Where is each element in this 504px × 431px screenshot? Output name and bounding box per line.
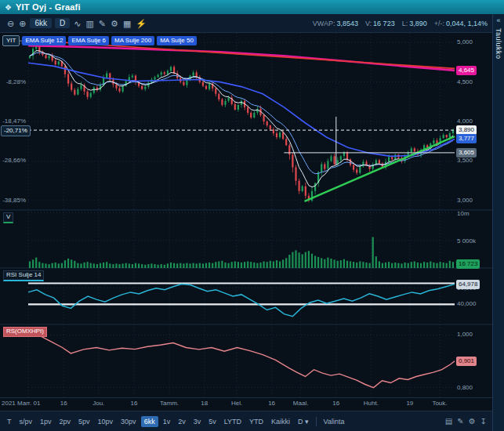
valinta-button[interactable]: Valinta xyxy=(321,416,348,427)
range-button-30pv[interactable]: 30pv xyxy=(118,416,140,427)
percent-axis-label: -18,47% xyxy=(0,118,26,125)
toolbar-measures: VWAP:3,8543V:16 723L:3,890+/-:0,044, 1,1… xyxy=(306,20,488,27)
x-axis-label: Tamm. xyxy=(160,400,179,407)
sidebar-label: Taulukko xyxy=(495,28,502,60)
export-icon[interactable]: ↧ xyxy=(480,417,487,426)
legend-indicator-chip[interactable]: EMA Sulje 12 xyxy=(22,36,66,45)
x-axis-label: 19 xyxy=(406,400,413,407)
rs-axis-label: 1,000 xyxy=(457,331,473,339)
range-button-2pv[interactable]: 2pv xyxy=(56,416,74,427)
sidebar-taulukko[interactable]: « Taulukko xyxy=(492,14,504,431)
x-axis-label: Maal. xyxy=(293,400,309,407)
range-button-kaikki[interactable]: Kaikki xyxy=(268,416,293,427)
toolbar-left-group: ⊖⊕6kkD∿▥✎⚙▦⚡ xyxy=(5,15,149,32)
rs-panel-label: RS(OMXHPI) xyxy=(3,327,47,337)
measure-l: L:3,890 xyxy=(402,20,427,27)
price-axis-label: 3,000 xyxy=(457,197,473,205)
period-button[interactable]: 6kk xyxy=(30,18,52,28)
x-axis-label: 16 xyxy=(268,400,275,407)
window-title: YIT Oyj - Graafi xyxy=(16,2,81,12)
chart-icon[interactable]: ▤ xyxy=(445,417,452,426)
price-axis-badge: 3,890 xyxy=(456,125,477,135)
price-axis-badge: 4,645 xyxy=(456,66,477,75)
range-button-ytd[interactable]: YTD xyxy=(246,416,267,427)
range-button-lytd[interactable]: LYTD xyxy=(221,416,245,427)
legend-indicator-chip[interactable]: MA Sulje 50 xyxy=(157,36,197,45)
line-chart-icon[interactable]: ∿ xyxy=(74,15,81,32)
titlebar: ❖ YIT Oyj - Graafi xyxy=(0,0,504,14)
settings-icon[interactable]: ⚙ xyxy=(469,417,476,426)
price-axis-label: 4,000 xyxy=(457,118,473,125)
chart-area: YITEMA Sulje 12EMA Sulje 6MA Sulje 200MA… xyxy=(0,33,492,411)
range-button-5pv[interactable]: 5pv xyxy=(75,416,93,427)
x-axis-label: 2021 Marr. 01 xyxy=(2,400,40,407)
draw-icon[interactable]: ✎ xyxy=(99,15,106,32)
range-button-5v[interactable]: 5v xyxy=(205,416,219,427)
draw-icon[interactable]: ✎ xyxy=(457,417,463,426)
price-axis-badge: 3,777 xyxy=(456,134,477,143)
app-window: ❖ YIT Oyj - Graafi ⊖⊕6kkD∿▥✎⚙▦⚡ VWAP:3,8… xyxy=(0,0,504,431)
chart-type-icon[interactable]: ▥ xyxy=(85,15,93,32)
measure-vwap: VWAP:3,8543 xyxy=(313,20,358,27)
app-icon: ❖ xyxy=(5,3,12,12)
x-axis-label: Hel. xyxy=(231,400,242,407)
x-axis-label: Jou. xyxy=(92,400,104,407)
legend-indicator-chip[interactable]: MA Sulje 200 xyxy=(111,36,154,45)
x-axis-label: 16 xyxy=(332,400,339,407)
x-axis-label: Huht. xyxy=(364,400,379,407)
legend-row: YITEMA Sulje 12EMA Sulje 6MA Sulje 200MA… xyxy=(2,35,199,46)
legend-symbol-chip[interactable]: YIT xyxy=(2,35,20,46)
collapse-icon[interactable]: « xyxy=(496,16,500,25)
range-button-10pv[interactable]: 10pv xyxy=(95,416,117,427)
x-axis-label: 16 xyxy=(130,400,137,407)
zoom-in-icon[interactable]: ⊕ xyxy=(19,15,26,32)
main-toolbar: ⊖⊕6kkD∿▥✎⚙▦⚡ VWAP:3,8543V:16 723L:3,890+… xyxy=(0,14,492,33)
legend-indicator-chip[interactable]: EMA Sulje 6 xyxy=(68,36,109,45)
chart-canvas[interactable] xyxy=(0,33,492,398)
price-axis-label: 3,500 xyxy=(457,157,473,165)
range-button-1pv[interactable]: 1pv xyxy=(37,416,55,427)
range-button-spv[interactable]: s/pv xyxy=(16,416,36,427)
volume-axis-label: 10m xyxy=(457,210,470,218)
measure-v: V:16 723 xyxy=(365,20,395,27)
range-button-3v[interactable]: 3v xyxy=(190,416,205,427)
rsi-panel-label: RSI Sulje 14 xyxy=(3,270,44,281)
price-axis-badge: 3,605 xyxy=(456,148,477,158)
zoom-out-icon[interactable]: ⊖ xyxy=(7,15,14,32)
range-button-6kk[interactable]: 6kk xyxy=(141,416,158,427)
price-axis-label: 4,500 xyxy=(457,78,473,86)
percent-axis-label: -28,66% xyxy=(0,157,26,165)
range-button-1v[interactable]: 1v xyxy=(160,416,174,427)
x-axis-label: 18 xyxy=(201,400,208,407)
range-button-2v[interactable]: 2v xyxy=(175,416,189,427)
volume-axis-label: 5 000k xyxy=(457,237,476,245)
price-axis-current-percent: -20,71% xyxy=(1,125,31,136)
rsi-badge: 64,978 xyxy=(456,280,480,289)
rs-axis-label: 0,800 xyxy=(457,384,473,392)
interval-button[interactable]: D xyxy=(55,18,70,28)
volume-panel-label: V xyxy=(3,212,13,223)
percent-axis-label: -8,28% xyxy=(0,78,26,86)
rsi-axis-label: 40,000 xyxy=(457,300,476,308)
interval-dropdown[interactable]: D ▾ xyxy=(295,416,312,427)
bottom-toolbar: Ts/pv1pv2pv5pv10pv30pv6kk1v2v3v5vLYTDYTD… xyxy=(0,411,492,431)
range-button-t[interactable]: T xyxy=(4,416,15,427)
x-axis-label: Touk. xyxy=(432,400,447,407)
rs-badge: 0,901 xyxy=(456,357,477,366)
separator xyxy=(316,417,317,426)
settings-icon[interactable]: ⚙ xyxy=(111,15,118,32)
measure-: +/-:0,044, 1,14% xyxy=(434,20,488,27)
price-axis-label: 5,000 xyxy=(457,38,473,46)
volume-badge: 16 723 xyxy=(456,259,480,269)
flash-icon[interactable]: ⚡ xyxy=(136,15,147,32)
x-axis-label: 16 xyxy=(60,400,67,407)
percent-axis-label: -38,85% xyxy=(0,197,26,205)
layout-icon[interactable]: ▦ xyxy=(123,15,131,32)
